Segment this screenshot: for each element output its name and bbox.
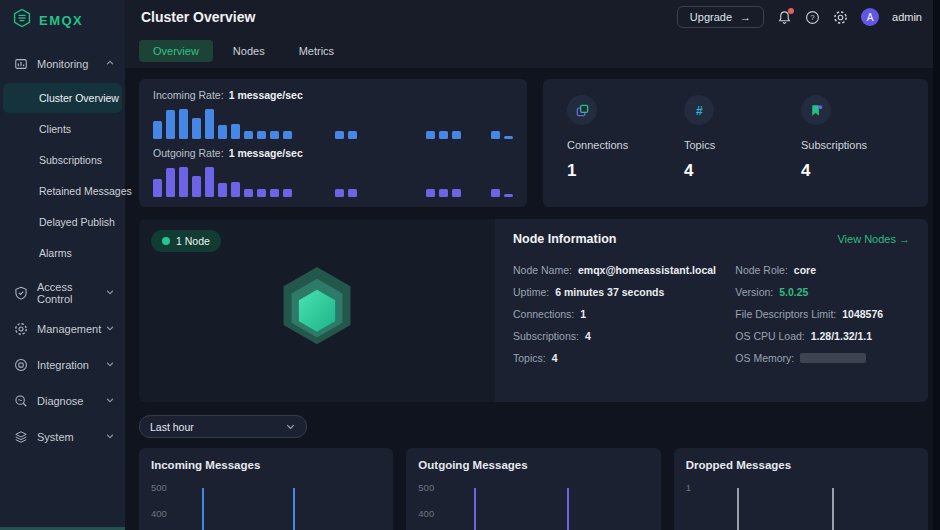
sidebar-section-label: Access Control xyxy=(37,281,105,305)
view-nodes-link[interactable]: View Nodes → xyxy=(837,233,910,245)
incoming-rate-bar xyxy=(218,125,227,139)
node-info-value: 4 xyxy=(585,330,591,342)
node-info-value: 1.28/1.32/1.1 xyxy=(811,330,872,342)
y-axis-tick: 400 xyxy=(418,508,434,519)
gear-icon xyxy=(13,322,29,336)
dropped-messages-spike xyxy=(832,488,834,530)
outgoing-rate-bar xyxy=(153,179,162,197)
sidebar-section-monitoring[interactable]: Monitoring xyxy=(0,48,125,80)
incoming-rate-bar xyxy=(179,109,188,139)
stat-label: Topics xyxy=(684,139,801,151)
chevron-down-icon xyxy=(105,287,115,299)
incoming-rate-bar xyxy=(192,118,201,139)
sidebar-item-cluster-overview[interactable]: Cluster Overview xyxy=(3,83,122,113)
dropped-messages-title: Dropped Messages xyxy=(686,459,916,471)
tab-overview[interactable]: Overview xyxy=(139,40,213,62)
incoming-rate-bar xyxy=(348,131,357,139)
node-info-row-os-memory: OS Memory: xyxy=(735,347,910,369)
app-logo-text: EMQX xyxy=(39,13,83,28)
svg-text:?: ? xyxy=(810,13,815,22)
settings-gear-icon[interactable] xyxy=(833,10,848,25)
sidebar-section-label: System xyxy=(37,431,105,443)
incoming-messages-plot: 500400 xyxy=(151,474,383,530)
notifications-bell-icon[interactable] xyxy=(777,10,792,25)
node-count-badge: 1 Node xyxy=(151,230,221,252)
node-info-label: OS Memory: xyxy=(735,352,794,364)
time-range-select[interactable]: Last hour xyxy=(139,415,307,438)
incoming-rate-bar xyxy=(426,131,435,139)
stat-card-subscriptions: Subscriptions4 xyxy=(801,95,918,207)
emqx-logo-icon xyxy=(12,8,32,32)
outgoing-rate-bar xyxy=(257,189,266,197)
avatar[interactable]: A xyxy=(861,8,879,26)
outgoing-messages-title: Outgoing Messages xyxy=(418,459,648,471)
time-range-value: Last hour xyxy=(150,421,285,433)
connections-icon xyxy=(567,95,597,125)
node-info-value: 6 minutes 37 seconds xyxy=(555,286,664,298)
sidebar-item-clients[interactable]: Clients xyxy=(3,114,122,144)
sidebar-section-access-control[interactable]: Access Control xyxy=(0,277,125,309)
upgrade-button[interactable]: Upgrade → xyxy=(677,6,764,28)
stat-value: 4 xyxy=(684,161,801,181)
incoming-rate-bar xyxy=(452,131,461,139)
sidebar: EMQX MonitoringCluster OverviewClientsSu… xyxy=(0,0,125,530)
node-info-label: Subscriptions: xyxy=(513,330,579,342)
sidebar-section-integration[interactable]: Integration xyxy=(0,349,125,381)
username: admin xyxy=(892,11,922,23)
node-count-label: 1 Node xyxy=(176,235,210,247)
app-logo[interactable]: EMQX xyxy=(0,0,125,40)
sidebar-section-system[interactable]: System xyxy=(0,421,125,453)
arrow-right-icon: → xyxy=(899,233,910,245)
node-info-row-node-name: Node Name:emqx@homeassistant.local xyxy=(513,259,735,281)
sidebar-item-delayed-publish[interactable]: Delayed Publish xyxy=(3,207,122,237)
node-info-row-topics: Topics:4 xyxy=(513,347,735,369)
outgoing-rate-bar xyxy=(491,189,500,197)
sidebar-item-retained-messages[interactable]: Retained Messages xyxy=(3,176,122,206)
outgoing-rate-bar xyxy=(244,189,253,197)
layers-icon xyxy=(13,430,29,444)
subscriptions-icon xyxy=(801,95,831,125)
node-info-label: Node Name: xyxy=(513,264,572,276)
y-axis-tick: 500 xyxy=(151,482,167,493)
outgoing-rate-bar xyxy=(452,189,461,197)
emqx-dashboard: EMQX MonitoringCluster OverviewClientsSu… xyxy=(0,0,940,530)
sidebar-section-diagnose[interactable]: Diagnose xyxy=(0,385,125,417)
outgoing-rate-bar xyxy=(283,189,292,197)
message-charts-row: Incoming Messages500400Outgoing Messages… xyxy=(139,448,928,530)
incoming-rate-label: Incoming Rate:1 message/sec xyxy=(153,89,513,101)
node-info-label: Topics: xyxy=(513,352,546,364)
plug-icon xyxy=(13,358,29,372)
content: Incoming Rate:1 message/secOutgoing Rate… xyxy=(125,68,940,530)
chevron-down-icon xyxy=(105,431,115,443)
chevron-down-icon xyxy=(105,323,115,335)
top-bar-actions: Upgrade → ? xyxy=(677,6,922,28)
sidebar-section-label: Monitoring xyxy=(37,58,105,70)
sidebar-submenu: Cluster OverviewClientsSubscriptionsReta… xyxy=(0,80,125,273)
sidebar-item-alarms[interactable]: Alarms xyxy=(3,238,122,268)
node-info-row-version: Version:5.0.25 xyxy=(735,281,910,303)
upgrade-button-label: Upgrade xyxy=(690,11,732,23)
node-info-left-column: Node Name:emqx@homeassistant.localUptime… xyxy=(513,259,735,369)
incoming-rate-bar xyxy=(270,131,279,139)
node-info-label: File Descriptors Limit: xyxy=(735,308,836,320)
outgoing-rate-bar xyxy=(192,176,201,197)
node-info-label: Uptime: xyxy=(513,286,549,298)
arrow-right-icon: → xyxy=(740,11,751,23)
node-info-value: 5.0.25 xyxy=(779,286,808,298)
outgoing-messages-spike xyxy=(567,488,569,530)
chevron-up-icon xyxy=(105,58,115,70)
shield-icon xyxy=(13,286,29,300)
tab-metrics[interactable]: Metrics xyxy=(285,40,348,62)
incoming-rate-chart xyxy=(153,107,513,139)
node-hexagon-icon xyxy=(275,263,359,359)
page-scrollbar[interactable] xyxy=(933,0,940,530)
node-info-label: OS CPU Load: xyxy=(735,330,804,342)
sidebar-section-management[interactable]: Management xyxy=(0,313,125,345)
help-icon[interactable]: ? xyxy=(805,10,820,25)
incoming-rate-bar xyxy=(257,131,266,139)
incoming-rate-bar xyxy=(491,131,500,139)
tab-nodes[interactable]: Nodes xyxy=(219,40,279,62)
outgoing-messages-plot: 500400 xyxy=(418,474,650,530)
stat-value: 1 xyxy=(567,161,684,181)
sidebar-item-subscriptions[interactable]: Subscriptions xyxy=(3,145,122,175)
